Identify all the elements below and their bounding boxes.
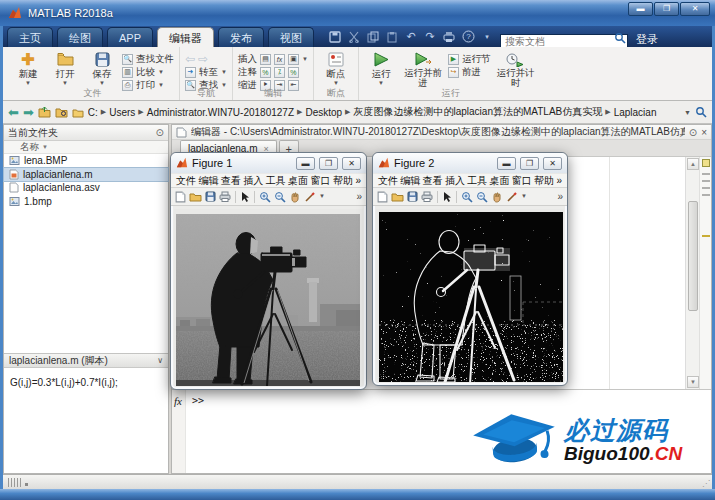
column-header-name[interactable]: 名称 ▼ bbox=[4, 141, 168, 154]
paste-icon[interactable] bbox=[385, 30, 399, 44]
scrollbar-thumb[interactable] bbox=[688, 201, 698, 311]
compare-button[interactable]: ▥ 比较▼ bbox=[122, 66, 174, 78]
copy-icon[interactable] bbox=[366, 30, 380, 44]
new-figure-icon[interactable] bbox=[175, 191, 186, 203]
undo-icon[interactable]: ↶ bbox=[404, 30, 418, 44]
figure-close-button[interactable]: ✕ bbox=[342, 157, 361, 170]
figure-restore-button[interactable]: ❐ bbox=[319, 157, 338, 170]
figure-close-button[interactable]: ✕ bbox=[543, 157, 562, 170]
print-figure-icon[interactable] bbox=[421, 191, 433, 202]
cut-icon[interactable] bbox=[347, 30, 361, 44]
browse-folder-icon[interactable] bbox=[55, 106, 68, 118]
file-row-laplacianlena-asv[interactable]: laplacianlena.asv bbox=[4, 181, 168, 195]
menu-help[interactable]: 帮助 bbox=[534, 174, 554, 188]
crumb-laplacian[interactable]: Laplacian bbox=[614, 107, 657, 118]
figure1-window[interactable]: Figure 1 ▬ ❐ ✕ 文件 编辑 查看 插入 工具 桌面 窗口 帮助 » bbox=[170, 152, 367, 390]
search-icon[interactable] bbox=[614, 32, 626, 44]
crumb-project[interactable]: 灰度图像边缘检测中的laplacian算法的MATLAB仿真实现 bbox=[353, 105, 602, 119]
figure1-title-bar[interactable]: Figure 1 ▬ ❐ ✕ bbox=[171, 153, 366, 173]
crumb-admin[interactable]: Administrator.WIN7U-20180127Z bbox=[147, 107, 294, 118]
help-icon[interactable]: ? bbox=[461, 30, 475, 44]
toolbar-dropdown-icon[interactable]: ▾ bbox=[480, 30, 494, 44]
find-files-button[interactable]: 🔍 查找文件 bbox=[122, 53, 174, 65]
menu-insert[interactable]: 插入 bbox=[243, 174, 263, 188]
new-button[interactable]: ✚ 新建▼ bbox=[11, 50, 45, 88]
menu-file[interactable]: 文件 bbox=[378, 174, 398, 188]
toolbar-overflow-icon[interactable]: » bbox=[557, 191, 563, 202]
menu-desktop[interactable]: 桌面 bbox=[489, 174, 509, 188]
menu-overflow-icon[interactable]: » bbox=[355, 175, 361, 186]
login-button[interactable]: 登录 bbox=[636, 32, 658, 47]
redo-icon[interactable]: ↷ bbox=[423, 30, 437, 44]
run-button[interactable]: 运行▼ bbox=[364, 50, 398, 88]
toolbar-overflow-icon[interactable]: » bbox=[356, 191, 362, 202]
editor-panel-close-icon[interactable]: × bbox=[701, 127, 707, 138]
brush-dropdown-icon[interactable]: ▼ bbox=[319, 194, 325, 199]
menu-edit[interactable]: 编辑 bbox=[400, 174, 420, 188]
run-advance-button[interactable]: 运行并前进 bbox=[401, 50, 445, 88]
statusbar-grip-icon[interactable] bbox=[8, 478, 22, 487]
menu-help[interactable]: 帮助 bbox=[333, 174, 353, 188]
insert-button[interactable]: 插入 ▤ fx ▣ ▼ bbox=[238, 53, 308, 65]
zoom-in-icon[interactable] bbox=[259, 191, 271, 203]
open-file-icon[interactable] bbox=[189, 191, 202, 202]
fx-hint-icon[interactable]: fx bbox=[174, 395, 182, 407]
file-row-1-bmp[interactable]: 1.bmp bbox=[4, 195, 168, 209]
file-row-lena-bmp[interactable]: lena.BMP bbox=[4, 154, 168, 168]
print-figure-icon[interactable] bbox=[219, 191, 231, 202]
file-detail-header[interactable]: laplacianlena.m (脚本) ∨ bbox=[4, 353, 168, 368]
brush-icon[interactable] bbox=[506, 191, 518, 203]
print-icon[interactable] bbox=[442, 30, 456, 44]
menu-window[interactable]: 窗口 bbox=[512, 174, 532, 188]
save-figure-icon[interactable] bbox=[407, 191, 418, 202]
brush-icon[interactable] bbox=[304, 191, 316, 203]
collapse-icon[interactable]: ∨ bbox=[157, 356, 163, 365]
menu-tools[interactable]: 工具 bbox=[266, 174, 286, 188]
crumb-users[interactable]: Users bbox=[109, 107, 135, 118]
menu-tools[interactable]: 工具 bbox=[467, 174, 487, 188]
menu-view[interactable]: 查看 bbox=[221, 174, 241, 188]
figure2-title-bar[interactable]: Figure 2 ▬ ❐ ✕ bbox=[373, 153, 567, 173]
breakpoints-button[interactable]: 断点▼ bbox=[319, 50, 353, 88]
forward-icon[interactable]: ⇨ bbox=[198, 52, 208, 66]
folder-up-icon[interactable] bbox=[38, 106, 51, 118]
figure-restore-button[interactable]: ❐ bbox=[520, 157, 539, 170]
back-icon[interactable]: ⇦ bbox=[185, 52, 195, 66]
menu-insert[interactable]: 插入 bbox=[445, 174, 465, 188]
save-button[interactable]: 保存▼ bbox=[85, 50, 119, 88]
pan-hand-icon[interactable] bbox=[491, 191, 503, 203]
goto-button[interactable]: ➜ 转至▼ bbox=[185, 66, 227, 78]
zoom-out-icon[interactable] bbox=[476, 191, 488, 203]
open-button[interactable]: 打开▼ bbox=[48, 50, 82, 88]
zoom-out-icon[interactable] bbox=[274, 191, 286, 203]
pan-hand-icon[interactable] bbox=[289, 191, 301, 203]
tab-home[interactable]: 主页 bbox=[7, 27, 53, 47]
crumb-drive[interactable]: C: bbox=[88, 107, 98, 118]
file-row-laplacianlena-m[interactable]: laplacianlena.m bbox=[4, 168, 168, 182]
minimize-button[interactable]: ▬ bbox=[628, 2, 653, 16]
open-file-icon[interactable] bbox=[391, 191, 404, 202]
pointer-icon[interactable] bbox=[240, 191, 250, 203]
tab-view[interactable]: 视图 bbox=[268, 27, 314, 47]
save-icon[interactable] bbox=[328, 30, 342, 44]
message-status-box[interactable] bbox=[702, 159, 710, 167]
brush-dropdown-icon[interactable]: ▼ bbox=[521, 194, 527, 199]
pointer-icon[interactable] bbox=[442, 191, 452, 203]
editor-panel-menu-icon[interactable]: ⊙ bbox=[689, 127, 697, 138]
nav-back-icon[interactable]: ⬅ bbox=[8, 106, 19, 119]
scroll-up-icon[interactable]: ▲ bbox=[687, 158, 699, 170]
close-button[interactable]: ✕ bbox=[680, 2, 710, 16]
menu-view[interactable]: 查看 bbox=[423, 174, 443, 188]
comment-button[interactable]: 注释 % ⁒ % bbox=[238, 66, 308, 78]
figure-minimize-button[interactable]: ▬ bbox=[296, 157, 315, 170]
address-dropdown-icon[interactable]: ▼ bbox=[684, 110, 691, 115]
menu-window[interactable]: 窗口 bbox=[311, 174, 331, 188]
run-section-button[interactable]: ▶ 运行节 bbox=[448, 53, 491, 65]
new-figure-icon[interactable] bbox=[377, 191, 388, 203]
menu-desktop[interactable]: 桌面 bbox=[288, 174, 308, 188]
figure2-window[interactable]: Figure 2 ▬ ❐ ✕ 文件 编辑 查看 插入 工具 桌面 窗口 帮助 » bbox=[372, 152, 568, 386]
run-time-button[interactable]: 运行并计时 bbox=[493, 50, 537, 88]
scroll-down-icon[interactable]: ▼ bbox=[687, 376, 699, 388]
menu-overflow-icon[interactable]: » bbox=[556, 175, 562, 186]
crumb-desktop[interactable]: Desktop bbox=[305, 107, 342, 118]
